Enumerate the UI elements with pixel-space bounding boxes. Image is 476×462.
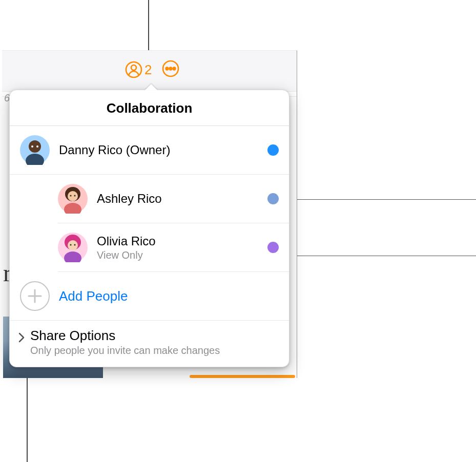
participants-list: Danny Rico (Owner) Ashley Rico [10, 126, 289, 272]
participant-name: Ashley Rico [97, 192, 267, 206]
presence-dot [267, 242, 279, 253]
collaboration-button[interactable]: 2 [125, 61, 152, 78]
chevron-right-icon [16, 330, 27, 345]
share-options-title: Share Options [30, 328, 220, 344]
svg-point-21 [70, 244, 71, 245]
svg-point-19 [68, 240, 78, 250]
participant-name: Danny Rico (Owner) [59, 143, 267, 157]
presence-dot [267, 193, 279, 204]
svg-point-9 [31, 145, 33, 148]
doc-orange-bar [190, 375, 295, 378]
participant-permission: View Only [97, 249, 267, 261]
svg-point-7 [29, 140, 41, 153]
popover-title: Collaboration [10, 90, 289, 126]
share-options-button[interactable]: Share Options Only people you invite can… [10, 321, 289, 367]
avatar [20, 135, 50, 165]
add-people-label: Add People [59, 288, 128, 304]
person-icon [125, 61, 142, 78]
participant-row[interactable]: Ashley Rico [58, 175, 289, 223]
avatar [58, 184, 88, 214]
svg-point-13 [68, 191, 78, 201]
svg-point-5 [173, 68, 176, 70]
share-options-sub: Only people you invite can make changes [30, 345, 220, 356]
plus-circle-icon [20, 281, 50, 311]
more-button[interactable] [162, 60, 179, 79]
callout-line-bottom [27, 369, 28, 462]
svg-point-16 [74, 195, 75, 196]
svg-point-4 [170, 68, 172, 70]
presence-dot [267, 144, 279, 156]
collaboration-count: 2 [144, 62, 152, 78]
add-people-button[interactable]: Add People [10, 272, 289, 321]
svg-point-22 [74, 244, 75, 245]
participant-row[interactable]: Danny Rico (Owner) [10, 126, 289, 175]
svg-point-15 [70, 195, 71, 196]
participant-row[interactable]: Olivia Rico View Only [58, 223, 289, 272]
svg-point-1 [131, 65, 136, 70]
avatar [58, 233, 88, 262]
svg-point-3 [166, 68, 169, 70]
svg-point-10 [36, 145, 38, 148]
collaboration-popover: Collaboration Danny Rico (Owner) [9, 90, 289, 367]
callout-line-right-1 [272, 199, 476, 200]
ellipsis-circle-icon [162, 60, 179, 77]
participant-name: Olivia Rico [97, 234, 267, 248]
